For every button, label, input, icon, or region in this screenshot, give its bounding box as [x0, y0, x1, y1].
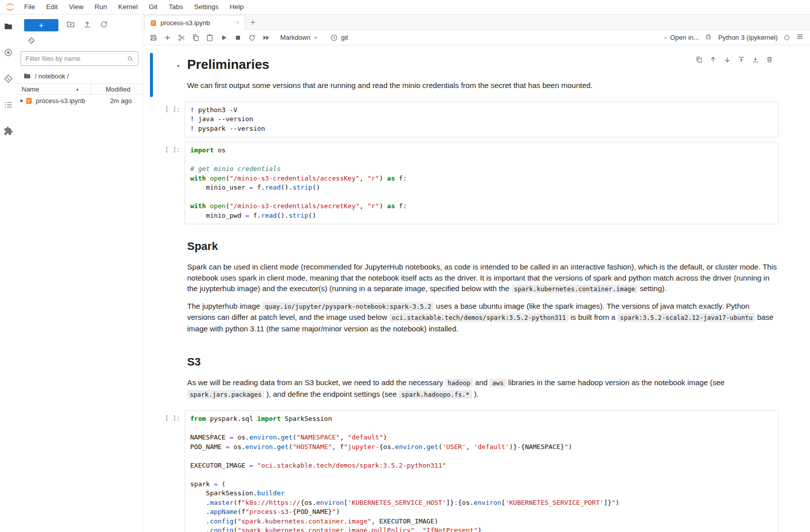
cell-type-dropdown[interactable]: Markdown: [277, 34, 322, 41]
file-name: process-s3.ipynb: [36, 97, 85, 105]
git-icon: [4, 74, 13, 83]
cell-prompt: [153, 229, 185, 340]
tab-bar: process-s3.ipynb: [143, 15, 810, 30]
cell-prompt: [153, 344, 185, 406]
markdown-paragraph: The jupyterhub image quay.io/jupyter/pys…: [187, 301, 779, 334]
upload-icon: [83, 20, 92, 29]
refresh-icon: [100, 20, 108, 29]
close-tab-button[interactable]: [235, 19, 240, 27]
markdown-paragraph: We can first output some versions that a…: [187, 80, 779, 91]
cell-prompt: ▾: [153, 53, 185, 97]
restart-kernel-button[interactable]: [245, 31, 259, 44]
insert-cell-below-button[interactable]: [749, 53, 762, 66]
insert-cell-above-button[interactable]: [735, 53, 748, 66]
sidebar-tab-extension-manager[interactable]: [0, 123, 17, 138]
column-header-modified[interactable]: Modified: [91, 84, 142, 94]
menu-kernel[interactable]: Kernel: [113, 0, 143, 14]
filter-files-input[interactable]: [21, 51, 138, 66]
tab-process-s3.ipynb[interactable]: process-s3.ipynb: [144, 15, 245, 30]
file-item[interactable]: process-s3.ipynb2m ago: [17, 95, 142, 107]
markdown-cell[interactable]: S3As we will be reading data from an S3 …: [150, 344, 779, 406]
menu-git[interactable]: Git: [143, 0, 163, 14]
breadcrumb[interactable]: / notebook /: [17, 68, 142, 83]
code-editor[interactable]: import os​# get minio credentialswith op…: [185, 142, 779, 224]
code-cell[interactable]: [ ]:! python3 -V! java --version! pyspar…: [150, 102, 779, 138]
sidebar-tab-running-terminals-and-kernels[interactable]: [0, 45, 17, 60]
menu-run[interactable]: Run: [89, 0, 113, 14]
file-modified: 2m ago: [110, 97, 142, 105]
open-in-label: Open in...: [670, 34, 699, 41]
menu-settings[interactable]: Settings: [189, 0, 224, 14]
new-launcher-button[interactable]: +: [24, 19, 58, 31]
delete-cell-button[interactable]: [763, 53, 776, 66]
markdown-heading: S3: [187, 356, 779, 369]
refresh-icon: [248, 34, 256, 42]
markdown-heading: Preliminaries: [187, 57, 779, 72]
markdown-cell[interactable]: SparkSpark can be used in client mode (r…: [150, 229, 779, 340]
copy-cells-button[interactable]: [189, 31, 203, 44]
interrupt-kernel-button[interactable]: [231, 31, 245, 44]
insert-cell-below-button[interactable]: [160, 31, 175, 44]
markdown-paragraph: Spark can be used in client mode (recomm…: [187, 261, 779, 295]
duplicate-cell-button[interactable]: [693, 53, 705, 66]
chevron-down-icon: [663, 35, 669, 41]
toolbar-right: Open in... Python 3 (ipykernel): [663, 33, 804, 42]
restart-and-run-all-button[interactable]: [259, 31, 273, 44]
copy-icon: [192, 34, 200, 42]
run-all-icon: [262, 34, 270, 42]
new-tab-button[interactable]: [245, 15, 260, 30]
toolbar-overflow-button[interactable]: [796, 33, 804, 42]
move-cell-down-button[interactable]: [721, 53, 734, 66]
search-icon: [127, 55, 134, 62]
move-down-icon: [723, 56, 731, 63]
file-browser-panel: + / notebook / Name ▲ Modified process-s…: [17, 15, 143, 532]
markdown-cell[interactable]: ▾PreliminariesWe can first output some v…: [150, 53, 779, 97]
sidebar-tab-table-of-contents[interactable]: [0, 97, 17, 112]
inline-code: spark.kubernetes.container.image: [512, 285, 638, 293]
file-filter: [21, 51, 138, 66]
cut-cells-button[interactable]: [175, 31, 189, 44]
move-up-icon: [709, 56, 717, 63]
markdown-paragraph: As we will be reading data from an S3 bu…: [187, 377, 779, 400]
menu-help[interactable]: Help: [224, 0, 249, 14]
git-clone-button[interactable]: [28, 37, 35, 46]
sidebar-tab-file-browser[interactable]: [0, 19, 17, 34]
heading-collapser-icon[interactable]: ▾: [177, 57, 180, 69]
code-editor[interactable]: from pyspark.sql import SparkSession​NAM…: [185, 410, 779, 532]
code-cell[interactable]: [ ]:from pyspark.sql import SparkSession…: [150, 410, 779, 532]
sidebar-tab-git[interactable]: [0, 71, 17, 86]
tabs: process-s3.ipynb: [144, 15, 245, 30]
paste-cells-button[interactable]: [203, 31, 217, 44]
menu-bar-items: FileEditViewRunKernelGitTabsSettingsHelp: [19, 0, 249, 14]
menu-tabs[interactable]: Tabs: [163, 0, 189, 14]
column-header-name[interactable]: Name ▲: [17, 84, 91, 94]
upload-files-button[interactable]: [83, 20, 92, 30]
git-timeline-button[interactable]: git: [330, 34, 348, 42]
code-editor[interactable]: ! python3 -V! java --version! pyspark --…: [185, 102, 779, 138]
debugger-button[interactable]: [704, 33, 712, 42]
inline-code: spark.jars.packages: [187, 390, 264, 399]
kernel-status-icon: [783, 34, 790, 41]
menu-edit[interactable]: Edit: [41, 0, 63, 14]
new-folder-button[interactable]: [66, 20, 75, 30]
menu-file[interactable]: File: [19, 0, 41, 14]
save-notebook-button[interactable]: [146, 31, 160, 44]
menu-view[interactable]: View: [63, 0, 89, 14]
open-in-dropdown[interactable]: Open in...: [663, 34, 699, 41]
bug-icon: [704, 33, 712, 41]
git-label: git: [341, 34, 348, 41]
add-icon: [164, 34, 172, 42]
save-icon: [149, 34, 157, 42]
notebook-scroll-area[interactable]: ▾PreliminariesWe can first output some v…: [143, 46, 810, 532]
duplicate-icon: [695, 56, 703, 63]
move-cell-up-button[interactable]: [707, 53, 719, 66]
refresh-file-list-button[interactable]: [100, 20, 108, 30]
breadcrumb-path: / notebook /: [35, 72, 69, 80]
folder-icon: [23, 72, 31, 80]
code-cell[interactable]: [ ]:import os​# get minio credentialswit…: [150, 142, 779, 224]
inline-code: oci.stackable.tech/demos/spark:3.5.2-pyt…: [389, 313, 569, 322]
main-area: process-s3.ipynb Markdown git Open in...: [143, 15, 810, 532]
run-cell-button[interactable]: [217, 31, 231, 44]
chevron-down-icon: [312, 34, 319, 41]
kernel-name-button[interactable]: Python 3 (ipykernel): [718, 34, 778, 41]
